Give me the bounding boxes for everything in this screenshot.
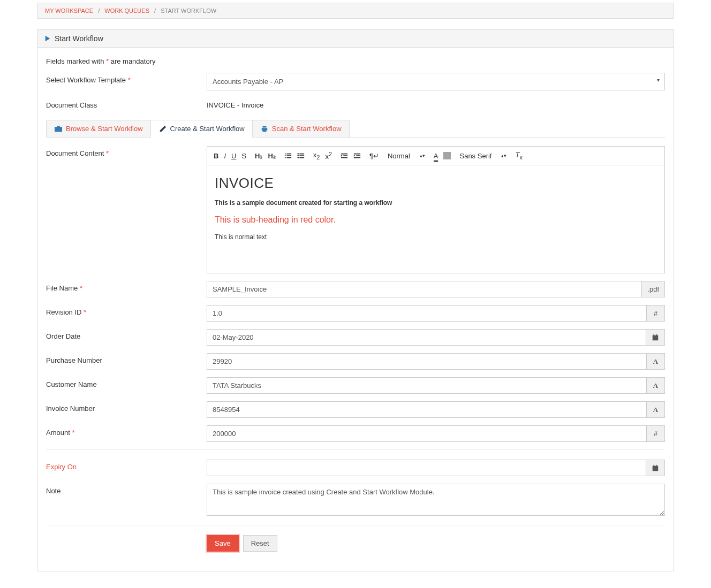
font-icon: A bbox=[647, 353, 665, 370]
label-select-template: Select Workflow Template * bbox=[46, 73, 207, 84]
editor-toolbar: B I U S H₁ H₂ bbox=[207, 147, 664, 165]
order-date-input[interactable] bbox=[207, 329, 646, 346]
svg-rect-5 bbox=[656, 334, 657, 336]
page-title: Start Workflow bbox=[55, 34, 103, 43]
breadcrumb: MY WORKSPACE / WORK QUEUES / START WORKF… bbox=[37, 3, 674, 19]
svg-rect-7 bbox=[656, 465, 657, 467]
bg-color-icon[interactable] bbox=[443, 152, 451, 159]
save-button[interactable]: Save bbox=[207, 535, 239, 552]
font-icon: A bbox=[647, 377, 665, 394]
svg-rect-6 bbox=[654, 465, 655, 467]
rich-text-editor: B I U S H₁ H₂ bbox=[207, 146, 665, 273]
tab-create-start[interactable]: Create & Start Workflow bbox=[150, 120, 253, 137]
breadcrumb-parent[interactable]: WORK QUEUES bbox=[104, 7, 149, 14]
label-revision-id: Revision ID * bbox=[46, 305, 207, 316]
mandatory-note: Fields marked with * are mandatory bbox=[46, 57, 665, 65]
label-document-content: Document Content * bbox=[46, 146, 207, 157]
font-icon: A bbox=[647, 401, 665, 418]
bold-icon[interactable]: B bbox=[214, 152, 218, 160]
editor-para1: This is a sample document created for st… bbox=[215, 199, 657, 207]
tab-browse-start[interactable]: Browse & Start Workflow bbox=[46, 120, 151, 137]
label-amount: Amount * bbox=[46, 425, 207, 437]
superscript-icon[interactable]: x2 bbox=[325, 151, 332, 161]
label-file-name: File Name * bbox=[46, 281, 207, 292]
format-select[interactable]: Normal▴▾ bbox=[388, 152, 425, 160]
indent-icon[interactable] bbox=[353, 152, 361, 159]
breadcrumb-home[interactable]: MY WORKSPACE bbox=[45, 7, 93, 14]
svg-point-1 bbox=[297, 155, 299, 157]
note-textarea[interactable]: This is sample invoice created using Cre… bbox=[207, 484, 665, 516]
label-note: Note bbox=[46, 484, 207, 495]
subscript-icon[interactable]: x2 bbox=[313, 151, 320, 161]
font-select[interactable]: Sans Serif▴▾ bbox=[459, 152, 506, 160]
svg-point-0 bbox=[297, 153, 299, 155]
outdent-icon[interactable] bbox=[341, 152, 348, 159]
editor-h1: INVOICE bbox=[215, 175, 657, 192]
list-ul-icon[interactable] bbox=[297, 152, 305, 159]
document-class-value: INVOICE - Invoice bbox=[207, 98, 665, 109]
file-name-input[interactable] bbox=[207, 281, 642, 297]
play-icon bbox=[44, 35, 51, 42]
breadcrumb-current: START WORKFLOW bbox=[161, 7, 216, 14]
tabs: Browse & Start Workflow Create & Start W… bbox=[46, 120, 665, 138]
panel-start-workflow: Start Workflow Fields marked with * are … bbox=[37, 29, 674, 571]
hash-icon: # bbox=[647, 305, 665, 322]
label-purchase-number: Purchase Number bbox=[46, 353, 207, 364]
svg-rect-4 bbox=[654, 334, 655, 336]
hash-icon: # bbox=[647, 425, 665, 442]
label-invoice-number: Invoice Number bbox=[46, 401, 207, 413]
select-workflow-template[interactable]: Accounts Payable - AP bbox=[207, 73, 665, 90]
label-order-date: Order Date bbox=[46, 329, 207, 340]
invoice-number-input[interactable] bbox=[207, 401, 647, 418]
editor-content[interactable]: INVOICE This is a sample document create… bbox=[207, 165, 664, 273]
tab-scan-start[interactable]: Scan & Start Workflow bbox=[252, 120, 350, 137]
divider bbox=[46, 525, 665, 525]
purchase-number-input[interactable] bbox=[207, 353, 647, 370]
print-icon bbox=[260, 125, 269, 133]
breadcrumb-sep: / bbox=[154, 7, 156, 14]
calendar-icon[interactable] bbox=[646, 329, 665, 346]
clear-format-icon[interactable]: Tx bbox=[515, 151, 522, 161]
h2-icon[interactable]: H₂ bbox=[268, 152, 275, 160]
expiry-on-input[interactable] bbox=[207, 460, 646, 476]
direction-icon[interactable]: ¶↵ bbox=[369, 152, 379, 160]
breadcrumb-sep: / bbox=[98, 7, 100, 14]
editor-subheading: This is sub-heading in red color. bbox=[215, 215, 657, 225]
strike-icon[interactable]: S bbox=[241, 152, 246, 160]
h1-icon[interactable]: H₁ bbox=[255, 152, 262, 160]
label-document-class: Document Class bbox=[46, 98, 207, 109]
divider bbox=[46, 449, 665, 450]
label-customer-name: Customer Name bbox=[46, 377, 207, 388]
text-color-icon[interactable]: A bbox=[434, 152, 438, 160]
svg-point-2 bbox=[297, 157, 299, 158]
revision-id-input[interactable] bbox=[207, 305, 647, 322]
editor-para2: This is normal text bbox=[215, 233, 657, 241]
customer-name-input[interactable] bbox=[207, 377, 647, 394]
label-expiry-on: Expiry On bbox=[46, 460, 207, 471]
list-ol-icon[interactable] bbox=[284, 152, 292, 159]
file-ext-addon: .pdf bbox=[642, 281, 665, 297]
briefcase-icon bbox=[54, 125, 63, 133]
calendar-icon[interactable] bbox=[646, 460, 665, 476]
reset-button[interactable]: Reset bbox=[243, 535, 277, 552]
underline-icon[interactable]: U bbox=[231, 152, 236, 160]
italic-icon[interactable]: I bbox=[224, 152, 226, 160]
amount-input[interactable] bbox=[207, 425, 647, 442]
edit-icon bbox=[158, 125, 167, 133]
panel-header: Start Workflow bbox=[37, 30, 674, 48]
